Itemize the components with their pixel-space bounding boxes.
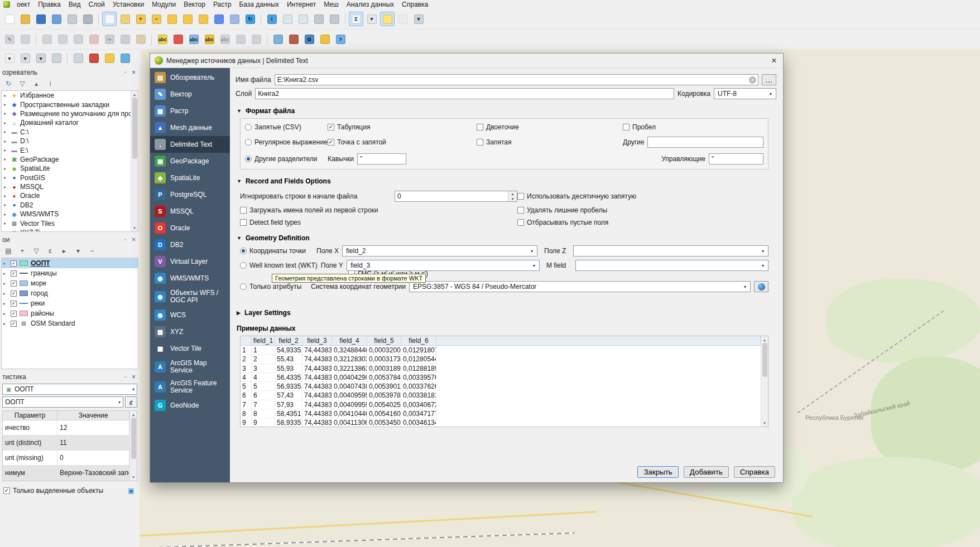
sidebar-item-browser[interactable]: ▤ Обозреватель (150, 69, 230, 86)
expression-builder-button[interactable]: ε (125, 396, 137, 408)
close-button[interactable]: Закрыть (637, 466, 678, 478)
scrollbar[interactable]: ▲▼ (129, 411, 137, 481)
expander-icon[interactable] (4, 166, 8, 171)
pan-map-icon[interactable] (102, 12, 117, 26)
sidebar-item-geopackage[interactable]: ▣ GeoPackage (150, 153, 230, 170)
expander-icon[interactable] (3, 291, 8, 296)
scrollbar[interactable]: ▲▼ (761, 336, 768, 427)
menu-item[interactable]: Вид (65, 1, 85, 8)
expander-icon[interactable] (4, 175, 8, 180)
sidebar-item-oracle[interactable]: O Oracle (150, 220, 230, 236)
expander-icon[interactable] (4, 230, 8, 232)
expander-icon[interactable] (4, 120, 8, 125)
zoom-last-icon[interactable] (212, 12, 226, 26)
radio-wkt[interactable]: Well known text (WKT) (240, 262, 318, 269)
layer-name-input[interactable]: Книга2 (255, 88, 674, 99)
expander-icon[interactable] (4, 157, 8, 162)
sidebar-item-wfs-ogc-api[interactable]: ◉ Объекты WFS / OGC API (150, 287, 230, 307)
processing-toolbox-icon[interactable]: ⚙ (302, 32, 316, 47)
checkbox-decimal-comma[interactable]: Использовать десятичную запятую (517, 192, 768, 200)
properties-widget-icon[interactable]: i (45, 79, 55, 88)
tree-item[interactable]: ◆ Пространственные закладки (2, 100, 130, 109)
clear-icon[interactable] (749, 76, 756, 84)
sidebar-item-delimited-text[interactable]: , Delimited Text (150, 136, 230, 153)
copy-style-icon[interactable]: ▾ (33, 51, 48, 66)
statistics-layer-select[interactable]: ▣ ООПТ (2, 384, 137, 395)
menu-item[interactable]: Установки (109, 1, 148, 8)
checkbox-tab[interactable]: Табуляция (328, 123, 477, 131)
new-3d-map-icon[interactable] (271, 32, 285, 47)
zoom-full-extent-icon[interactable] (165, 12, 179, 26)
checkbox-space[interactable]: Пробел (623, 123, 763, 131)
pin-labels-icon[interactable]: abc (186, 32, 201, 47)
remove-layer-icon[interactable]: − (87, 246, 97, 255)
menu-item[interactable]: Модули (148, 1, 180, 8)
z-field-select[interactable] (573, 245, 768, 256)
radio-custom-delimiters[interactable]: Другие разделители (245, 155, 328, 163)
expander-icon[interactable] (3, 261, 8, 266)
menu-item[interactable]: Интернет (283, 1, 320, 8)
sidebar-item-postgresql[interactable]: P PostgreSQL (150, 186, 230, 203)
browse-file-button[interactable]: … (762, 74, 776, 85)
checkbox-discard-empty[interactable]: Отбрасывать пустые поля (517, 219, 768, 226)
highlight-labels-icon[interactable]: abc (202, 32, 217, 47)
save-layer-edits-icon[interactable] (18, 32, 32, 47)
quote-input[interactable]: " (357, 153, 406, 164)
collapse-all-icon[interactable]: ▴ (31, 79, 41, 88)
sidebar-item-mesh[interactable]: ▲ Mesh данные (150, 119, 230, 136)
column-header[interactable]: Параметр (3, 411, 57, 420)
collapse-arrow-icon[interactable] (237, 235, 242, 241)
new-spatial-bookmark-icon[interactable] (396, 12, 410, 26)
zoom-next-icon[interactable] (227, 12, 242, 26)
tree-item[interactable]: ◆ SpatiaLite (2, 164, 130, 173)
layer-labeling-icon[interactable]: abc (155, 32, 170, 47)
measure-icon[interactable]: ▾ (364, 12, 379, 26)
expander-icon[interactable] (4, 111, 8, 116)
sidebar-item-wcs[interactable]: ◉ WCS (150, 307, 230, 323)
filter-legend-icon[interactable]: ▽ (31, 246, 41, 255)
column-header[interactable]: Значение (57, 411, 129, 420)
sidebar-item-mssql[interactable]: S MSSQL (150, 203, 230, 220)
sidebar-item-db2[interactable]: D DB2 (150, 236, 230, 253)
column-header[interactable]: field_5 (367, 336, 401, 346)
layer-item[interactable]: ООПТ (2, 258, 138, 268)
new-map-view-icon[interactable]: ▾ (411, 12, 426, 26)
layer-visibility-checkbox[interactable] (11, 280, 17, 287)
georeferencer-red-icon[interactable] (87, 51, 101, 66)
open-layer-styling-icon[interactable]: ▤ (3, 246, 13, 255)
crs-select[interactable]: EPSG:3857 - WGS 84 / Pseudo-Mercator (409, 281, 751, 292)
map-tips-icon[interactable] (380, 12, 395, 26)
tree-item[interactable]: ▦ Vector Tiles (2, 219, 130, 227)
sidebar-item-xyz[interactable]: ▦ XYZ (150, 323, 230, 340)
filter-expression-icon[interactable]: ε (45, 246, 55, 255)
tree-item[interactable]: ▬ D:\ (2, 137, 130, 146)
x-field-select[interactable]: field_2 (342, 245, 537, 256)
expander-icon[interactable] (4, 139, 8, 144)
help-button[interactable]: Справка (734, 466, 775, 478)
toggle-editing-icon[interactable]: ✎ (2, 32, 17, 47)
save-project-as-icon[interactable] (49, 12, 64, 26)
menu-item[interactable]: Вектор (180, 1, 209, 8)
help-contents-icon[interactable]: ? (333, 32, 348, 47)
layer-item[interactable]: районы (2, 308, 138, 318)
field-calculator-icon[interactable] (327, 12, 342, 26)
layer-item[interactable]: море (2, 278, 138, 288)
skip-lines-spinbox[interactable]: 0 (395, 191, 517, 202)
expander-icon[interactable] (4, 129, 8, 134)
sidebar-item-vector-tile[interactable]: ▩ Vector Tile (150, 340, 230, 357)
float-panel-icon[interactable] (121, 373, 129, 381)
tree-item[interactable]: ▬ C:\ (2, 128, 130, 137)
close-panel-icon[interactable] (129, 236, 138, 244)
scrollbar[interactable]: ▲▼ (131, 91, 138, 231)
tree-item[interactable]: ◆ Размещение по умолчанию для проекта (2, 109, 130, 118)
file-name-input[interactable]: E:\Книга2.csv (275, 74, 758, 85)
tree-item[interactable]: ⌂ Домашний каталог (2, 118, 130, 127)
refresh-browser-icon[interactable]: ↻ (3, 79, 13, 88)
sidebar-item-vector[interactable]: ✎ Вектор (150, 86, 230, 103)
tree-item[interactable]: ▦ XYZ Ti (2, 228, 130, 232)
checkbox-trim-spaces[interactable]: Удалять лишние пробелы (517, 206, 768, 214)
tree-item[interactable]: ▣ GeoPackage (2, 155, 130, 164)
column-header[interactable]: field_6 (401, 336, 436, 346)
copy-statistics-icon[interactable]: ▣ (126, 486, 136, 495)
identify-features-icon[interactable]: i (265, 12, 279, 26)
